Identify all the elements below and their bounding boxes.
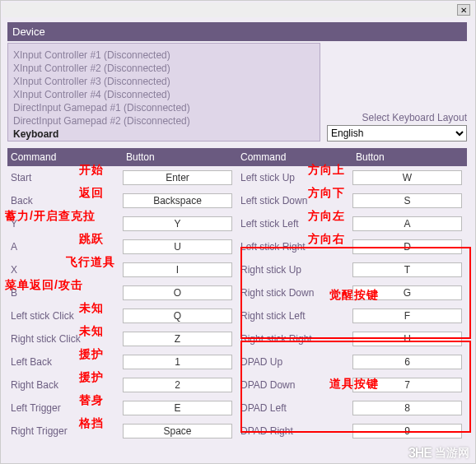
left-command: Back (7, 195, 123, 206)
device-item[interactable]: XInput Controller #1 (Disconnected) (13, 49, 315, 62)
right-button-input[interactable] (352, 309, 462, 323)
right-command: Right stick Down (237, 287, 352, 299)
right-command: Right stick Up (237, 264, 352, 276)
left-button-input[interactable] (123, 285, 232, 300)
left-button-input[interactable] (123, 378, 232, 392)
right-command: Left stick Left (237, 218, 352, 230)
device-item[interactable]: XInput Controller #2 (Disconnected) (13, 62, 315, 75)
right-command: Left stick Up (237, 172, 352, 183)
right-button-input[interactable] (352, 262, 462, 277)
left-button-input[interactable] (123, 401, 232, 415)
right-command: DPAD Right (237, 425, 352, 437)
device-item[interactable]: XInput Controller #3 (Disconnected) (13, 75, 315, 88)
left-command: Start (7, 172, 123, 183)
left-command: A (7, 241, 123, 253)
device-item-selected[interactable]: Keyboard (13, 128, 315, 141)
right-button-input[interactable] (352, 424, 462, 438)
left-button-input[interactable] (123, 332, 232, 346)
close-icon[interactable]: ✕ (457, 4, 470, 16)
left-command: Right Back (7, 379, 123, 391)
right-command: Right stick Left (237, 310, 352, 322)
right-button-input[interactable] (352, 378, 462, 392)
right-command: Left stick Down (237, 195, 352, 206)
header-button: Button (123, 148, 237, 166)
right-button-input[interactable] (352, 332, 462, 346)
right-button-input[interactable] (352, 285, 462, 300)
device-item[interactable]: DirectInput Gamepad #1 (Disconnected) (13, 101, 315, 114)
left-command: Right Trigger (7, 425, 123, 437)
left-button-input[interactable] (123, 424, 232, 438)
right-command: DPAD Down (237, 379, 352, 391)
left-button-input[interactable] (123, 170, 232, 185)
right-button-input[interactable] (352, 239, 462, 254)
left-button-input[interactable] (123, 193, 232, 208)
left-command: X (7, 264, 123, 276)
header-command: Command (237, 148, 352, 166)
left-command: Right stick Click (7, 333, 123, 345)
right-command: DPAD Up (237, 356, 352, 368)
right-button-input[interactable] (352, 193, 462, 208)
left-command: Left Trigger (7, 402, 123, 414)
left-button-input[interactable] (123, 262, 232, 277)
right-command: Right stick Right (237, 333, 352, 345)
watermark-logo: 3HE (408, 446, 432, 461)
right-command: DPAD Left (237, 402, 352, 414)
right-command: Left stick Right (237, 241, 352, 253)
left-button-input[interactable] (123, 355, 232, 369)
header-button: Button (352, 148, 467, 166)
device-list[interactable]: XInput Controller #1 (Disconnected) XInp… (7, 43, 320, 142)
left-command: Left Back (7, 356, 123, 368)
watermark-text: 当游网 (435, 446, 469, 461)
left-button-input[interactable] (123, 216, 232, 231)
keyboard-layout-label: Select Keyboard Layout (327, 112, 467, 123)
right-button-input[interactable] (352, 355, 462, 369)
device-item[interactable]: XInput Controller #4 (Disconnected) (13, 88, 315, 101)
left-button-input[interactable] (123, 239, 232, 254)
watermark: 3HE 当游网 (408, 446, 469, 461)
right-button-input[interactable] (352, 401, 462, 415)
left-command: Left stick Click (7, 310, 123, 322)
keyboard-layout-select[interactable]: English (327, 125, 467, 142)
header-command: Command (7, 148, 123, 166)
left-button-input[interactable] (123, 309, 232, 323)
right-button-input[interactable] (352, 170, 462, 185)
right-button-input[interactable] (352, 216, 462, 231)
device-item[interactable]: DirectInput Gamepad #2 (Disconnected) (13, 114, 315, 128)
left-command: Y (7, 218, 123, 230)
device-section-title: Device (7, 22, 467, 41)
left-command: B (7, 287, 123, 299)
